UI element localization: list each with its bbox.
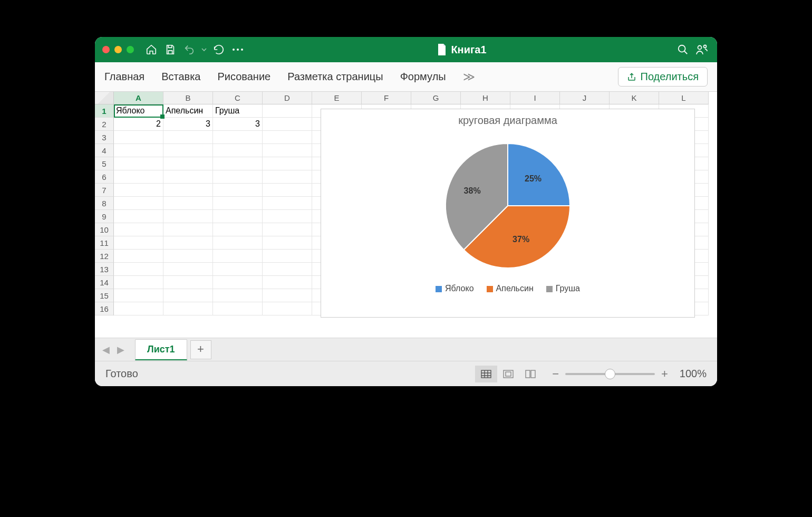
- cell[interactable]: [213, 197, 263, 210]
- view-normal-button[interactable]: [475, 366, 497, 382]
- cell[interactable]: [213, 144, 263, 157]
- more-icon[interactable]: [230, 42, 246, 58]
- cell[interactable]: [213, 170, 263, 184]
- column-header[interactable]: K: [610, 92, 659, 104]
- cell[interactable]: [213, 131, 263, 144]
- cell[interactable]: [213, 223, 263, 236]
- cell[interactable]: [263, 276, 312, 289]
- pie-chart[interactable]: круговая диаграмма 25%37%38% ЯблокоАпель…: [321, 109, 695, 318]
- cell[interactable]: [263, 131, 312, 144]
- ribbon-tab-formulas[interactable]: Формулы: [400, 71, 446, 83]
- column-header[interactable]: E: [312, 92, 362, 104]
- view-page-break-button[interactable]: [519, 366, 542, 382]
- minimize-window-button[interactable]: [114, 46, 122, 53]
- worksheet-grid[interactable]: ABCDEFGHIJKL 12345678910111213141516 Ябл…: [95, 92, 717, 338]
- sheet-nav-prev[interactable]: ◀: [100, 344, 112, 356]
- cell[interactable]: [163, 197, 213, 210]
- row-header[interactable]: 4: [95, 144, 114, 157]
- row-header[interactable]: 5: [95, 157, 114, 170]
- cell[interactable]: [263, 170, 312, 184]
- cell[interactable]: [263, 210, 312, 223]
- cell[interactable]: Груша: [213, 104, 263, 118]
- select-all-corner[interactable]: [95, 92, 114, 104]
- close-window-button[interactable]: [102, 46, 110, 53]
- zoom-in-button[interactable]: +: [661, 367, 668, 381]
- cell[interactable]: [213, 302, 263, 315]
- column-header[interactable]: L: [659, 92, 709, 104]
- row-header[interactable]: 9: [95, 210, 114, 223]
- cell[interactable]: 3: [213, 118, 263, 131]
- share-button[interactable]: Поделиться: [618, 67, 708, 87]
- column-header[interactable]: J: [560, 92, 610, 104]
- cell[interactable]: [114, 236, 163, 250]
- cell[interactable]: [163, 223, 213, 236]
- column-header[interactable]: B: [163, 92, 213, 104]
- cell[interactable]: [213, 289, 263, 302]
- collab-icon[interactable]: [694, 42, 710, 58]
- cell[interactable]: [263, 263, 312, 276]
- cell[interactable]: [114, 276, 163, 289]
- ribbon-tab-insert[interactable]: Вставка: [161, 71, 200, 83]
- cell[interactable]: [263, 144, 312, 157]
- column-header[interactable]: I: [510, 92, 560, 104]
- row-header[interactable]: 8: [95, 197, 114, 210]
- row-header[interactable]: 2: [95, 118, 114, 131]
- save-icon[interactable]: [162, 42, 178, 58]
- row-header[interactable]: 10: [95, 223, 114, 236]
- zoom-window-button[interactable]: [127, 46, 134, 53]
- row-header[interactable]: 13: [95, 263, 114, 276]
- cell[interactable]: [213, 250, 263, 263]
- zoom-slider-thumb[interactable]: [605, 369, 615, 379]
- column-header[interactable]: G: [411, 92, 461, 104]
- cell[interactable]: [213, 236, 263, 250]
- cell[interactable]: [163, 263, 213, 276]
- cell[interactable]: [163, 236, 213, 250]
- cell[interactable]: [114, 131, 163, 144]
- cell[interactable]: [163, 289, 213, 302]
- zoom-out-button[interactable]: −: [552, 367, 559, 381]
- cell[interactable]: [213, 210, 263, 223]
- cell[interactable]: Яблоко: [114, 104, 163, 118]
- cell[interactable]: [263, 250, 312, 263]
- cell[interactable]: [163, 131, 213, 144]
- cell[interactable]: [213, 157, 263, 170]
- cell[interactable]: Апельсин: [163, 104, 213, 118]
- cell[interactable]: [114, 302, 163, 315]
- cell[interactable]: [263, 289, 312, 302]
- cell[interactable]: [114, 197, 163, 210]
- undo-icon[interactable]: [181, 42, 197, 58]
- cell[interactable]: [213, 184, 263, 197]
- cell[interactable]: [263, 184, 312, 197]
- cell[interactable]: [114, 157, 163, 170]
- cell[interactable]: [263, 157, 312, 170]
- search-icon[interactable]: [675, 42, 691, 58]
- cell[interactable]: [263, 302, 312, 315]
- cell[interactable]: [114, 263, 163, 276]
- cell[interactable]: [263, 118, 312, 131]
- cell[interactable]: [263, 104, 312, 118]
- cell[interactable]: [263, 197, 312, 210]
- row-header[interactable]: 3: [95, 131, 114, 144]
- zoom-slider[interactable]: [565, 373, 655, 375]
- cell[interactable]: [114, 250, 163, 263]
- column-header[interactable]: D: [263, 92, 312, 104]
- sheet-nav-next[interactable]: ▶: [115, 344, 127, 356]
- ribbon-tab-layout[interactable]: Разметка страницы: [287, 71, 383, 83]
- column-header[interactable]: A: [114, 92, 163, 104]
- cell[interactable]: 2: [114, 118, 163, 131]
- ribbon-tab-home[interactable]: Главная: [104, 71, 144, 83]
- row-header[interactable]: 16: [95, 302, 114, 315]
- row-header[interactable]: 6: [95, 170, 114, 184]
- home-icon[interactable]: [143, 42, 159, 58]
- cell[interactable]: [114, 144, 163, 157]
- column-header[interactable]: C: [213, 92, 263, 104]
- view-page-layout-button[interactable]: [497, 366, 519, 382]
- cell[interactable]: [163, 144, 213, 157]
- column-header[interactable]: H: [461, 92, 510, 104]
- cell[interactable]: [163, 170, 213, 184]
- cell[interactable]: [163, 184, 213, 197]
- redo-icon[interactable]: [211, 42, 227, 58]
- cell[interactable]: [114, 289, 163, 302]
- row-header[interactable]: 11: [95, 236, 114, 250]
- row-header[interactable]: 7: [95, 184, 114, 197]
